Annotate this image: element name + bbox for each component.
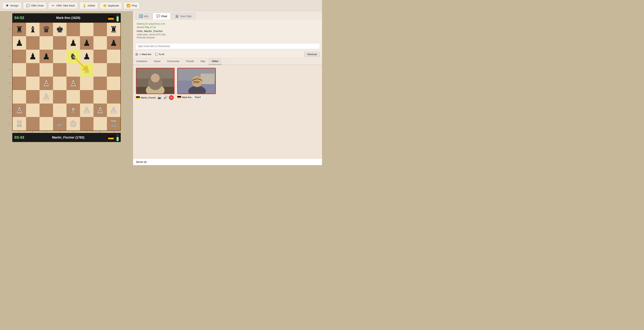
cell-g4[interactable] [94, 77, 107, 90]
cell-e4[interactable]: ♙ [66, 77, 80, 90]
cell-f3[interactable] [80, 90, 94, 103]
cell-h5[interactable] [107, 63, 120, 77]
cell-a3[interactable] [12, 90, 26, 103]
cell-h4[interactable] [107, 77, 120, 90]
chess-board[interactable]: ♜ ♝ ♛ ♚ ♜ ♟ ♟ ♟ ♟ [12, 22, 121, 131]
sub-tab-map[interactable]: Map [198, 58, 208, 65]
cell-c7[interactable] [40, 36, 53, 50]
cell-f6[interactable]: ♟ [80, 50, 94, 63]
report-button[interactable]: Report [193, 95, 203, 99]
sub-tab-game[interactable]: Game [151, 58, 164, 65]
sub-tab-map-label: Map [200, 60, 205, 63]
cell-b3[interactable] [26, 90, 40, 103]
resign-label: Resign [10, 4, 18, 7]
toolbar: ✖ Resign 💬 Offer Draw ↩ Offer Take Back … [0, 0, 322, 11]
panel-content: Waiting for playchess.com Version Play 1… [133, 19, 322, 165]
chat-input[interactable] [135, 43, 320, 49]
cell-b1[interactable] [26, 117, 40, 130]
cell-g1[interactable] [94, 117, 107, 130]
cell-g5[interactable] [94, 63, 107, 77]
cell-h6[interactable] [107, 50, 120, 63]
cell-d4[interactable] [53, 77, 66, 90]
cell-d7[interactable] [53, 36, 66, 50]
cell-e5[interactable] [66, 63, 80, 77]
cell-b6[interactable]: ♟ [26, 50, 40, 63]
cell-c6[interactable]: ♟ [40, 50, 53, 63]
cell-a2[interactable]: ♙ [12, 103, 26, 117]
arbiter-button[interactable]: 💡 Arbiter [79, 2, 98, 9]
cell-e6[interactable]: ♞ [66, 50, 80, 63]
cell-e2[interactable]: ♗ [66, 103, 80, 117]
cell-c3[interactable]: ♙ [40, 90, 53, 103]
resign-button[interactable]: ✖ Resign [2, 2, 22, 9]
piece-f2: ♙ [83, 106, 90, 115]
cell-b5[interactable] [26, 63, 40, 77]
cell-e7[interactable]: ♟ [66, 36, 80, 50]
cell-g6[interactable] [94, 50, 107, 63]
cell-e3[interactable] [66, 90, 80, 103]
cell-d2[interactable] [53, 103, 66, 117]
cell-a5[interactable] [12, 63, 26, 77]
cell-f5[interactable]: ♗ [80, 63, 94, 77]
cell-d1[interactable]: ♕ [53, 117, 66, 130]
camera-button[interactable]: 📷 [157, 95, 162, 100]
radio-to-all[interactable]: To All [155, 53, 164, 56]
cell-c5[interactable] [40, 63, 53, 77]
cell-d8[interactable]: ♚ [53, 23, 66, 36]
cell-a6[interactable] [12, 50, 26, 63]
sub-tab-friends[interactable]: Friends [183, 58, 198, 65]
offer-takeback-button[interactable]: ↩ Offer Take Back [48, 2, 78, 9]
cell-f1[interactable] [80, 117, 94, 130]
cell-d6[interactable] [53, 50, 66, 63]
cell-c1[interactable] [40, 117, 53, 130]
cell-h7[interactable]: ♟ [107, 36, 120, 50]
sub-tab-more[interactable]: - [222, 58, 229, 65]
chess-section: 04:52 Mark-finn (1620) 8 7 6 5 4 3 2 1 [0, 11, 133, 165]
cell-d3[interactable] [53, 90, 66, 103]
cell-a7[interactable]: ♟ [12, 36, 26, 50]
sub-tab-more-label: - [225, 60, 226, 63]
cell-a4[interactable] [12, 77, 26, 90]
cell-d5[interactable] [53, 63, 66, 77]
cell-h1[interactable]: ♖ [107, 117, 120, 130]
cell-b8[interactable]: ♝ [26, 23, 40, 36]
cell-c4[interactable]: ♙ [40, 77, 53, 90]
waiting-text: Waiting for playchess.com [137, 22, 318, 25]
sub-tab-invitations[interactable]: Invitations [133, 58, 151, 65]
cell-b2[interactable] [26, 103, 40, 117]
applaud-button[interactable]: 👏 Applaude [100, 2, 122, 9]
tab-info-label: Info [144, 15, 148, 18]
cell-f4[interactable] [80, 77, 94, 90]
cell-g3[interactable] [94, 90, 107, 103]
ping-label: Ping [132, 4, 137, 7]
cell-a8[interactable]: ♜ [12, 23, 26, 36]
radio-to-player[interactable]: -> Mark-finn [135, 53, 152, 56]
sub-tab-community[interactable]: Community [164, 58, 183, 65]
offer-draw-button[interactable]: 💬 Offer Draw [23, 2, 47, 9]
cell-b7[interactable] [26, 36, 40, 50]
cell-e8[interactable] [66, 23, 80, 36]
cell-e1[interactable]: ♔ [66, 117, 80, 130]
close-video-button[interactable]: ✕ [169, 95, 174, 100]
cell-h2[interactable]: ♙ [107, 103, 120, 117]
tab-club[interactable]: 🏛️ Your Club [171, 12, 195, 19]
shortcuts-button[interactable]: Shortcuts [304, 52, 320, 57]
tab-info[interactable]: ℹ️ Info [135, 12, 152, 19]
cell-c2[interactable] [40, 103, 53, 117]
cell-c8[interactable]: ♛ [40, 23, 53, 36]
sub-tab-video[interactable]: Video [208, 58, 222, 65]
cell-a1[interactable]: ♖ [12, 117, 26, 130]
cell-f2[interactable]: ♙ [80, 103, 94, 117]
cell-h3[interactable] [107, 90, 120, 103]
cell-f7[interactable]: ♟ [80, 36, 94, 50]
tab-chat[interactable]: 💬 Chat [152, 12, 170, 19]
ping-button[interactable]: 📶 Ping [123, 2, 140, 9]
cell-f8[interactable] [80, 23, 94, 36]
cell-g7[interactable] [94, 36, 107, 50]
cell-b4[interactable] [26, 77, 40, 90]
server-status-input[interactable] [136, 161, 319, 163]
mic-button[interactable]: 🎤 [163, 95, 168, 100]
cell-h8[interactable]: ♜ [107, 23, 120, 36]
cell-g8[interactable] [94, 23, 107, 36]
cell-g2[interactable]: ♙ [94, 103, 107, 117]
